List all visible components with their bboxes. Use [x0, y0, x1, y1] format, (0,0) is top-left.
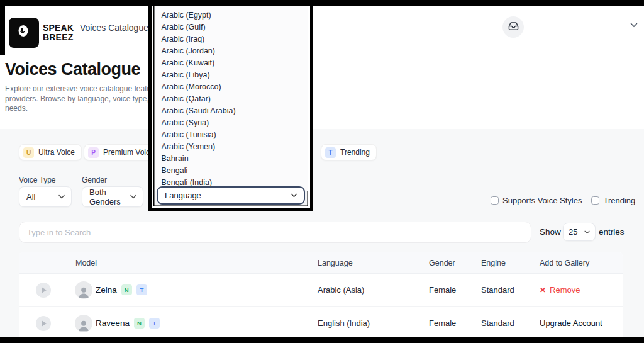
premium-voice-label: Premium Voice — [103, 148, 154, 157]
trending-badge: T — [136, 284, 147, 295]
inbox-icon — [508, 21, 519, 34]
column-header-gender: Gender — [429, 259, 455, 267]
voice-name: Raveena — [96, 318, 130, 328]
table-row: Zeina N T Arabic (Asia) Female Standard … — [19, 274, 623, 306]
voice-gender: Female — [429, 318, 456, 328]
ultra-voice-label: Ultra Voice — [38, 148, 75, 157]
play-icon — [42, 320, 47, 327]
inbox-button[interactable] — [502, 16, 524, 38]
language-select-value: Language — [165, 191, 201, 200]
language-option[interactable]: Arabic (Yemen) — [155, 141, 308, 153]
checkbox-filters: Supports Voice Styles Trending — [491, 196, 625, 205]
language-option[interactable]: Arabic (Iraq) — [155, 33, 308, 45]
checkbox-box[interactable] — [591, 196, 599, 205]
voice-type-label: Voice Type — [19, 176, 56, 184]
chevron-down-icon — [130, 194, 136, 199]
language-option[interactable]: Arabic (Jordan) — [155, 45, 308, 57]
show-label: Show — [540, 227, 561, 237]
trending-chip-badge: T — [325, 147, 336, 158]
voice-engine: Standard — [481, 285, 514, 295]
chevron-down-icon — [58, 194, 65, 199]
left-black-strip — [0, 0, 5, 55]
chevron-down-icon — [291, 193, 297, 198]
remove-button[interactable]: ✕ Remove — [540, 285, 580, 295]
voices-table: Model Language Gender Engine Add to Gall… — [19, 252, 623, 337]
voice-type-select[interactable]: All — [19, 186, 72, 207]
page-title: Voices Catalogue — [5, 60, 140, 79]
language-option[interactable]: Arabic (Libya) — [155, 69, 308, 81]
language-option[interactable]: Arabic (Morocco) — [155, 81, 308, 93]
premium-voice-badge: P — [88, 147, 99, 158]
filter-chip-ultra-voice[interactable]: U Ultra Voice — [19, 144, 82, 160]
play-button[interactable] — [36, 283, 51, 298]
chevron-down-icon — [584, 230, 590, 234]
trending-badge: T — [149, 318, 160, 329]
new-badge: N — [121, 284, 132, 295]
table-row: Raveena N T English (India) Female Stand… — [19, 306, 623, 337]
language-dropdown-annotation-frame: Arabic (Egypt)Arabic (Gulf)Arabic (Iraq)… — [148, 0, 313, 211]
language-option[interactable]: Arabic (Saudi Arabia) — [155, 105, 308, 117]
top-black-bar — [0, 0, 644, 6]
nav-voices-catalogue[interactable]: Voices Catalogue — [80, 23, 148, 33]
bottom-black-bar — [0, 337, 644, 343]
language-options-list: Arabic (Egypt)Arabic (Gulf)Arabic (Iraq)… — [155, 6, 308, 191]
speakbreez-logo[interactable]: SPEAK BREEZ — [9, 18, 74, 48]
trending-checkbox-label: Trending — [603, 196, 635, 205]
voice-language: English (India) — [318, 318, 370, 328]
language-option[interactable]: Arabic (Qatar) — [155, 93, 308, 105]
speakbreez-logo-icon — [9, 18, 39, 48]
language-option[interactable]: Arabic (Tunisia) — [155, 129, 308, 141]
account-menu-caret[interactable] — [630, 23, 638, 28]
avatar — [75, 315, 92, 332]
language-option[interactable]: Arabic (Kuwait) — [155, 57, 308, 69]
checkbox-box[interactable] — [491, 196, 499, 205]
remove-x-icon: ✕ — [540, 286, 546, 295]
new-badge: N — [134, 318, 145, 329]
language-option[interactable]: Arabic (Gulf) — [155, 21, 308, 33]
language-option[interactable]: Bahrain — [155, 153, 308, 165]
filter-chip-trending[interactable]: T Trending — [321, 144, 377, 160]
language-option[interactable]: Arabic (Syria) — [155, 117, 308, 129]
supports-voice-styles-label: Supports Voice Styles — [502, 196, 582, 205]
column-header-language: Language — [318, 259, 353, 267]
language-option[interactable]: Arabic (Egypt) — [155, 9, 308, 21]
supports-voice-styles-checkbox[interactable]: Supports Voice Styles — [491, 196, 582, 205]
remove-label: Remove — [550, 285, 580, 295]
avatar — [75, 281, 92, 299]
ultra-voice-badge: U — [23, 147, 34, 158]
logo-text: SPEAK BREEZ — [43, 23, 74, 42]
page-size-select[interactable]: 25 — [563, 223, 596, 241]
voice-gender: Female — [429, 285, 456, 295]
entries-label: entries — [599, 227, 625, 237]
voice-name: Zeina — [96, 285, 117, 295]
app-header: SPEAK BREEZ Voices Catalogue — [0, 6, 644, 55]
table-header-row: Model Language Gender Engine Add to Gall… — [19, 252, 623, 274]
voice-language: Arabic (Asia) — [318, 285, 364, 295]
column-header-engine: Engine — [481, 259, 506, 267]
trending-checkbox[interactable]: Trending — [591, 196, 635, 205]
language-option[interactable]: Bengali — [155, 165, 308, 177]
search-input[interactable] — [19, 222, 531, 243]
language-select[interactable]: Language — [157, 186, 305, 205]
gender-select[interactable]: Both Genders — [82, 186, 143, 207]
play-icon — [42, 287, 47, 293]
page-size-value: 25 — [569, 227, 577, 237]
gender-label: Gender — [82, 176, 107, 184]
upgrade-account-button[interactable]: Upgrade Account — [540, 318, 602, 328]
voice-type-value: All — [26, 192, 35, 201]
gender-value: Both Genders — [89, 188, 130, 206]
column-header-add-to-gallery: Add to Gallery — [540, 259, 589, 267]
trending-chip-label: Trending — [340, 148, 370, 157]
voice-engine: Standard — [481, 318, 514, 328]
column-header-model: Model — [75, 259, 97, 267]
play-button[interactable] — [36, 316, 51, 331]
